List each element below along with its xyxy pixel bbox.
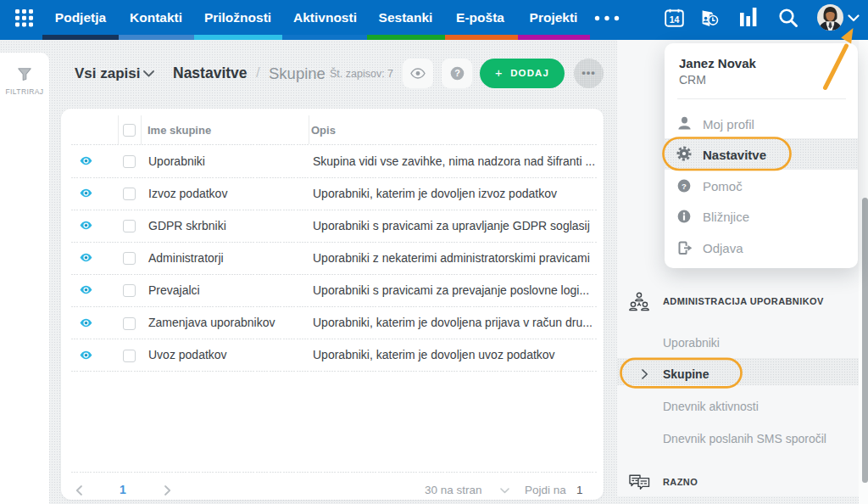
svg-text:14: 14 [670,14,680,25]
svg-text:?: ? [454,68,460,78]
svg-text:?: ? [682,182,687,191]
